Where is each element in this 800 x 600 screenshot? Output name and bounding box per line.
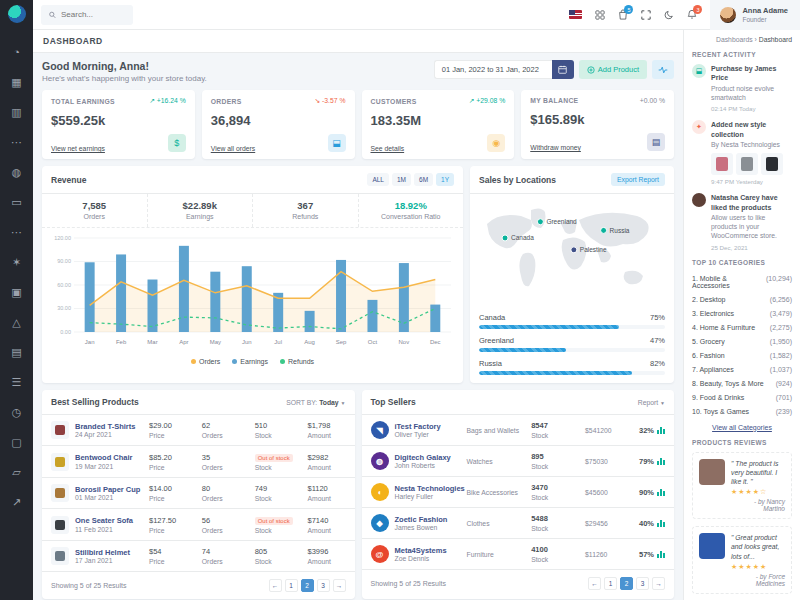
product-row[interactable]: Stillbird Helmet 17 Jan 2021 $54Price 74… — [42, 541, 355, 572]
seller-company: Digitech Galaxy — [395, 453, 467, 462]
fullscreen-button[interactable] — [641, 10, 651, 20]
page-button-1[interactable]: 1 — [604, 577, 617, 590]
category-row[interactable]: 10. Toys & Games(239) — [692, 405, 792, 419]
range-button-all[interactable]: ALL — [367, 173, 389, 186]
page-button-←[interactable]: ← — [588, 577, 601, 590]
page-button-3[interactable]: 3 — [317, 579, 330, 592]
sidebar-item-boxes-icon[interactable]: ▢ — [0, 427, 33, 457]
view-all-categories-link[interactable]: View all Categories — [692, 424, 792, 431]
sidebar-item-forms-icon[interactable]: ▤ — [0, 337, 33, 367]
stat-card-orders: ORDERS↘ -3.57 %36,894View all orders⬓ — [202, 90, 355, 159]
sidebar-item-external-icon[interactable]: ↗ — [0, 487, 33, 517]
add-product-button[interactable]: Add Product — [579, 60, 647, 79]
activity-product-image[interactable] — [736, 153, 758, 175]
user-menu[interactable]: Anna Adame Founder — [710, 0, 800, 30]
dark-mode-button[interactable] — [664, 10, 674, 20]
sidebar-item-widgets-icon[interactable]: ▭ — [0, 187, 33, 217]
date-range-control: 01 Jan, 2022 to 31 Jan, 2022 — [434, 60, 574, 79]
product-thumbnail — [51, 453, 69, 471]
sidebar-item-charts-icon[interactable]: ◷ — [0, 397, 33, 427]
top-sellers-count: Showing 5 of 25 Results — [371, 580, 447, 587]
breadcrumb-parent[interactable]: Dashboards — [716, 36, 753, 43]
category-row[interactable]: 2. Desktop(6,256) — [692, 293, 792, 307]
range-button-1y[interactable]: 1Y — [436, 173, 454, 186]
activity-shortcut-button[interactable] — [652, 60, 674, 79]
sidebar-item-advance-ui-icon[interactable]: △ — [0, 307, 33, 337]
seller-row[interactable]: ◥ iTest Factory Oliver Tyler Bags and Wa… — [362, 415, 675, 446]
activity-product-image[interactable] — [761, 153, 783, 175]
category-row[interactable]: 5. Grocery(1,950) — [692, 335, 792, 349]
category-row[interactable]: 4. Home & Furniture(2,275) — [692, 321, 792, 335]
seller-row[interactable]: @ Meta4Systems Zoe Dennis Furniture 4100… — [362, 539, 675, 570]
stat-link[interactable]: View net earnings — [51, 145, 105, 152]
stat-delta: ↗ +29.08 % — [469, 97, 506, 105]
notifications-badge: 3 — [693, 5, 702, 14]
sidebar-item-apps-icon[interactable]: ▦ — [0, 67, 33, 97]
activity-item[interactable]: ⬓ Purchase by James Price Product noise … — [692, 64, 792, 112]
cart-button[interactable]: 5 — [618, 9, 628, 20]
sort-by-dropdown[interactable]: SORT BY: Today ▼ — [286, 399, 345, 406]
category-row[interactable]: 1. Mobile & Accessories(10,294) — [692, 272, 792, 293]
page-button-2[interactable]: 2 — [620, 577, 633, 590]
stat-link[interactable]: Withdraw money — [530, 144, 581, 151]
page-button-→[interactable]: → — [333, 579, 346, 592]
reviewer-avatar — [699, 533, 725, 559]
stat-link[interactable]: See details — [371, 145, 405, 152]
reviewer-avatar — [699, 459, 725, 485]
category-row[interactable]: 8. Beauty, Toys & More(924) — [692, 377, 792, 391]
legend-orders[interactable]: Orders — [191, 358, 220, 365]
category-row[interactable]: 9. Food & Drinks(701) — [692, 391, 792, 405]
sidebar-item-layouts-icon[interactable]: ▥ — [0, 97, 33, 127]
export-report-button[interactable]: Export Report — [611, 173, 665, 186]
legend-refunds[interactable]: Refunds — [280, 358, 314, 365]
language-flag[interactable] — [569, 10, 582, 19]
product-row[interactable]: One Seater Sofa 11 Feb 2021 $127.50Price… — [42, 509, 355, 541]
apps-menu-button[interactable] — [595, 10, 605, 20]
sidebar-item-menu-more-icon[interactable]: ⋯ — [0, 217, 33, 247]
page-button-2[interactable]: 2 — [301, 579, 314, 592]
range-button-6m[interactable]: 6M — [414, 173, 433, 186]
calendar-button[interactable] — [552, 60, 574, 79]
page-button-→[interactable]: → — [652, 577, 665, 590]
activity-product-image[interactable] — [711, 153, 733, 175]
legend-earnings[interactable]: Earnings — [232, 358, 268, 365]
best-selling-title: Best Selling Products — [51, 397, 139, 407]
greeting-subtitle: Here's what's happening with your store … — [42, 74, 207, 83]
search-input[interactable] — [61, 10, 125, 19]
app-logo[interactable] — [8, 5, 26, 23]
svg-text:120.00: 120.00 — [54, 235, 71, 241]
dashboard-scroll-area[interactable]: Good Morning, Anna! Here's what's happen… — [33, 53, 683, 600]
activity-item[interactable]: Natasha Carey have liked the products Al… — [692, 193, 792, 250]
product-row[interactable]: Branded T-Shirts 24 Apr 2021 $29.00Price… — [42, 415, 355, 446]
mini-bar-chart-icon — [657, 458, 665, 465]
sidebar-item-tables-icon[interactable]: ☰ — [0, 367, 33, 397]
stat-link[interactable]: View all orders — [211, 145, 255, 152]
product-row[interactable]: Borosil Paper Cup 01 Mar 2021 $14.00Pric… — [42, 478, 355, 509]
report-dropdown[interactable]: Report ▼ — [638, 399, 665, 406]
page-button-←[interactable]: ← — [269, 579, 282, 592]
category-row[interactable]: 3. Electronics(3,479) — [692, 307, 792, 321]
page-button-3[interactable]: 3 — [636, 577, 649, 590]
category-row[interactable]: 7. Appliances(1,037) — [692, 363, 792, 377]
date-range-input[interactable]: 01 Jan, 2022 to 31 Jan, 2022 — [434, 60, 552, 79]
notifications-button[interactable]: 3 — [687, 9, 697, 20]
seller-row[interactable]: ◆ Zoetic Fashion James Bowen Clothes 548… — [362, 508, 675, 539]
product-row[interactable]: Bentwood Chair 19 Mar 2021 $85.20Price 3… — [42, 446, 355, 478]
svg-text:Greenland: Greenland — [546, 218, 577, 225]
sidebar-item-dashboards-icon[interactable]: ◔ — [0, 37, 33, 67]
activity-item[interactable]: ✦ Added new style collection By Nesta Te… — [692, 120, 792, 185]
seller-row[interactable]: ◖ Nesta Technologies Harley Fuller Bike … — [362, 477, 675, 508]
sidebar-item-icons-icon[interactable]: ✶ — [0, 247, 33, 277]
search-box[interactable] — [41, 5, 133, 25]
world-map: CanadaGreenlandRussiaPalestine — [479, 198, 665, 306]
seller-row[interactable]: ◍ Digitech Galaxy John Roberts Watches 8… — [362, 446, 675, 477]
stat-value: $559.25k — [51, 113, 186, 128]
sidebar-item-pages-more-icon[interactable]: ⋯ — [0, 127, 33, 157]
sidebar-item-authentication-icon[interactable]: ◍ — [0, 157, 33, 187]
sidebar-item-base-ui-icon[interactable]: ▣ — [0, 277, 33, 307]
page-button-1[interactable]: 1 — [285, 579, 298, 592]
category-row[interactable]: 6. Fashion(1,582) — [692, 349, 792, 363]
sidebar-item-maps-icon[interactable]: ▱ — [0, 457, 33, 487]
range-button-1m[interactable]: 1M — [392, 173, 411, 186]
right-sidebar[interactable]: Dashboards › Dashboard RECENT ACTIVITY ⬓… — [683, 30, 800, 600]
